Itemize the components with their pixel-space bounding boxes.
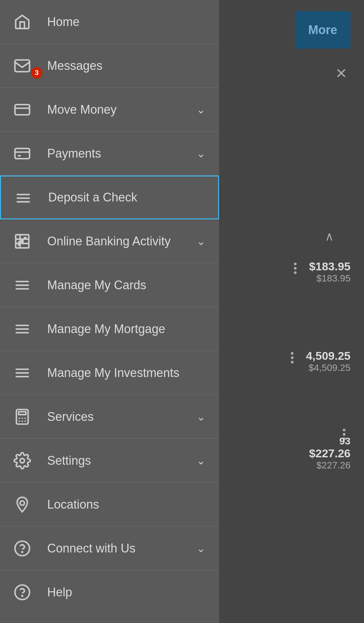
- dot: [294, 263, 297, 265]
- move-money-label: Move Money: [37, 103, 196, 117]
- manage-mortgage-label: Manage My Mortgage: [37, 322, 206, 336]
- svg-point-34: [20, 501, 25, 505]
- svg-rect-15: [18, 241, 20, 246]
- manage-cards-label: Manage My Cards: [37, 278, 206, 292]
- account-1-block: $183.95 $183.95: [309, 260, 351, 284]
- hamburger-icon: [13, 276, 37, 294]
- sidebar-item-locations[interactable]: Locations: [0, 483, 219, 526]
- account-3-sub: $227.26: [309, 460, 351, 471]
- move-money-chevron: ⌄: [196, 103, 206, 116]
- online-banking-label: Online Banking Activity: [37, 234, 196, 248]
- account-1-sub: $183.95: [309, 273, 351, 284]
- dot: [294, 271, 297, 274]
- svg-rect-0: [15, 60, 29, 72]
- sidebar-item-help[interactable]: Help: [0, 570, 219, 614]
- calculator-icon: [13, 408, 37, 426]
- messages-label: Messages: [37, 59, 206, 73]
- help-label: Help: [37, 585, 206, 599]
- svg-rect-13: [21, 240, 24, 243]
- account-3-partial: 93: [309, 435, 351, 447]
- dot: [343, 429, 345, 431]
- svg-rect-26: [19, 411, 26, 414]
- online-banking-chevron: ⌄: [196, 235, 206, 248]
- svg-rect-14: [24, 237, 27, 239]
- sidebar-item-messages[interactable]: 3 Messages: [0, 44, 219, 88]
- sidebar-item-manage-cards[interactable]: Manage My Cards: [0, 263, 219, 307]
- chevron-up-icon: ∧: [325, 229, 334, 244]
- lines-icon: [14, 189, 38, 206]
- sidebar-item-deposit-check[interactable]: Deposit a Check: [0, 175, 219, 219]
- account-1-main: $183.95: [309, 260, 351, 273]
- more-button[interactable]: More: [295, 11, 351, 49]
- services-chevron: ⌄: [196, 410, 206, 423]
- account-2-main: 4,509.25: [306, 349, 351, 362]
- svg-point-32: [25, 420, 26, 422]
- connect-chevron: ⌄: [196, 542, 206, 555]
- settings-label: Settings: [37, 454, 196, 468]
- sidebar-item-online-banking[interactable]: Online Banking Activity ⌄: [0, 219, 219, 263]
- svg-rect-3: [15, 148, 29, 158]
- close-button[interactable]: ✕: [335, 66, 347, 81]
- account-2-sub: $4,509.25: [306, 362, 351, 373]
- account-2-block: 4,509.25 $4,509.25: [306, 349, 351, 373]
- locations-label: Locations: [37, 497, 206, 512]
- deposit-check-label: Deposit a Check: [38, 190, 205, 205]
- sidebar-item-payments[interactable]: Payments ⌄: [0, 132, 219, 175]
- svg-point-29: [25, 417, 26, 419]
- home-label: Home: [37, 15, 206, 29]
- help-icon: [13, 540, 37, 557]
- help2-icon: [13, 584, 37, 601]
- settings-chevron: ⌄: [196, 454, 206, 467]
- svg-point-38: [22, 596, 23, 596]
- hamburger3-icon: [13, 364, 37, 382]
- svg-point-30: [19, 420, 20, 422]
- account-3-block: 93 $227.26 $227.26: [309, 435, 351, 471]
- account-3-main: $227.26: [309, 447, 351, 460]
- messages-icon: 3: [13, 57, 37, 75]
- dot: [291, 356, 294, 359]
- sidebar-item-move-money[interactable]: Move Money ⌄: [0, 88, 219, 132]
- more-label: More: [308, 23, 337, 37]
- sidebar-item-settings[interactable]: Settings ⌄: [0, 439, 219, 483]
- dot: [294, 267, 297, 270]
- svg-point-31: [22, 420, 23, 422]
- sidebar-item-home[interactable]: Home: [0, 0, 219, 44]
- messages-badge: 3: [31, 67, 42, 79]
- payments-chevron: ⌄: [196, 147, 206, 160]
- payments-label: Payments: [37, 146, 196, 161]
- connect-label: Connect with Us: [37, 541, 196, 556]
- home-icon: [13, 13, 37, 31]
- sidebar-item-connect[interactable]: Connect with Us ⌄: [0, 526, 219, 570]
- location-icon: [13, 496, 37, 513]
- svg-rect-1: [15, 104, 29, 114]
- sidebar: Home 3 Messages Move Money ⌄: [0, 0, 219, 623]
- dot: [291, 361, 294, 363]
- card-icon: [13, 101, 37, 118]
- sidebar-item-manage-investments[interactable]: Manage My Investments: [0, 351, 219, 395]
- services-label: Services: [37, 410, 196, 424]
- sidebar-item-services[interactable]: Services ⌄: [0, 395, 219, 439]
- dot: [291, 352, 294, 355]
- manage-investments-label: Manage My Investments: [37, 366, 206, 380]
- chart-icon: [13, 233, 37, 250]
- svg-point-33: [20, 458, 25, 463]
- svg-point-36: [22, 551, 23, 552]
- sidebar-item-manage-mortgage[interactable]: Manage My Mortgage: [0, 307, 219, 351]
- gear-icon: [13, 452, 37, 469]
- hamburger2-icon: [13, 320, 37, 338]
- svg-point-28: [22, 417, 23, 419]
- card2-icon: [13, 145, 37, 162]
- svg-point-27: [19, 417, 20, 419]
